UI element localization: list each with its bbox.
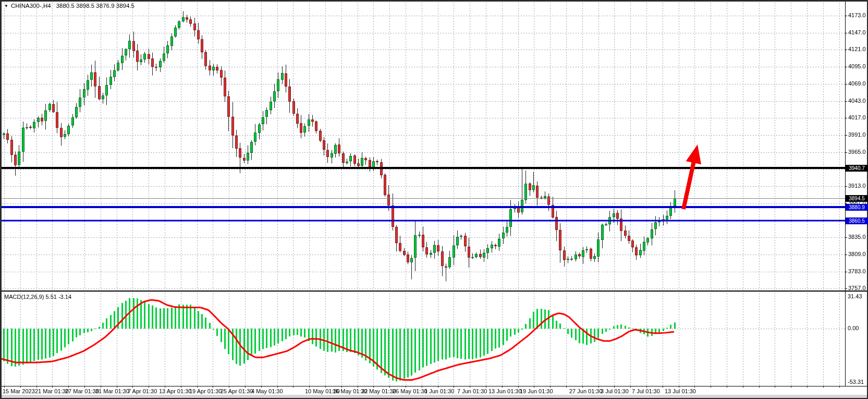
time-tick-label: 13 Jun 01:30 [488,388,522,394]
time-tick-label: 4 May 01:30 [251,388,283,394]
price-tick-label: 4173.0 [848,12,866,18]
price-tick-label: 3809.0 [848,251,866,257]
time-tick-label: 25 Apr 01:30 [221,388,253,394]
price-tick-label: 4095.0 [848,63,866,69]
time-tick-label: 1 Jun 01:30 [424,388,455,394]
current-price-badge: 3894.5 [846,195,868,202]
price-tick-label: 3783.0 [848,268,866,274]
time-tick-label: 7 Jun 01:30 [457,388,487,394]
time-tick-label: 15 Mar 2023 [3,388,35,394]
time-tick-label: 3 Jul 01:30 [601,388,629,394]
symbol-dropdown-icon[interactable]: ▼ [4,4,8,8]
ohlc-readout: 3880.5 3898.5 3876.9 3894.5 [56,3,135,9]
time-tick-label: 27 Mar 01:30 [65,388,99,394]
chart-title: ▼CHINA300-,H43880.5 3898.5 3876.9 3894.5 [4,3,135,9]
time-tick-label: 13 Apr 01:30 [159,388,191,394]
price-tick-label: 4121.0 [848,46,866,52]
price-tick-label: 3757.0 [848,285,866,291]
level-price-badge: 3860.5 [846,217,868,224]
time-tick-label: 19 Apr 01:30 [189,388,222,394]
time-tick-label: 7 Apr 01:30 [128,388,157,394]
time-tick-label: 19 Jun 01:30 [520,388,553,394]
macd-scale-zero-label: 0.00 [848,325,859,331]
trading-chart-window: ▼CHINA300-,H43880.5 3898.5 3876.9 3894.5… [0,0,868,399]
macd-scale-min-label: -53.31 [848,379,864,385]
time-tick-label: 26 May 01:30 [393,388,427,394]
price-tick-label: 3991.0 [848,131,866,138]
time-tick-label: 31 Mar 01:30 [95,388,129,394]
time-tick-label: 27 Jun 01:30 [569,388,603,394]
price-tick-label: 4069.0 [848,80,866,87]
time-tick-label: 21 Mar 01:30 [35,388,69,394]
macd-scale-max-label: 31.43 [848,293,862,299]
symbol-period-label: CHINA300-,H4 [11,3,51,9]
price-tick-label: 4017.0 [848,114,866,120]
chart-canvas[interactable] [0,0,868,399]
price-tick-label: 3965.0 [848,149,866,155]
macd-indicator-label: MACD(12,26,9) 5.51 -3.14 [4,294,71,300]
time-tick-label: 22 May 01:30 [361,388,396,394]
price-tick-label: 4043.0 [848,98,866,104]
level-price-badge: 3940.7 [846,165,868,172]
time-tick-label: 13 Jul 01:30 [665,388,696,394]
price-tick-label: 3913.0 [848,183,866,189]
price-tick-label: 4147.0 [848,29,866,35]
level-price-badge: 3880.9 [846,204,868,211]
price-tick-label: 3835.0 [848,234,866,240]
time-tick-label: 7 Jul 01:30 [632,388,660,394]
